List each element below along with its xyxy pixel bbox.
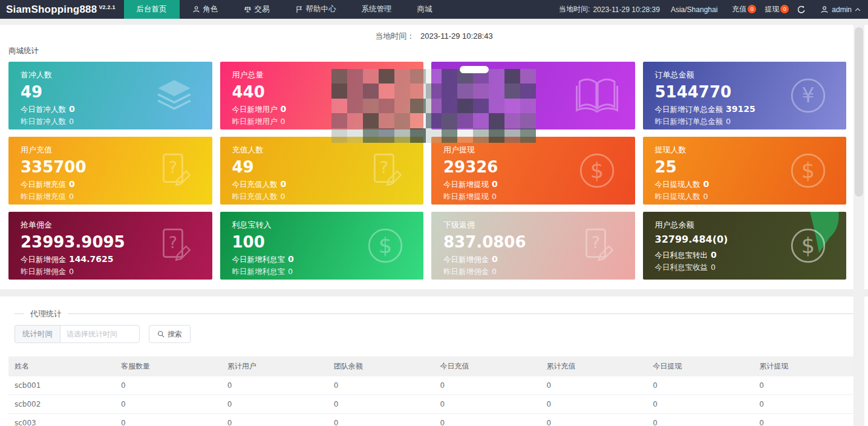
nav-label: 商城	[417, 4, 432, 15]
card-line-yesterday: 昨日新增提现0	[443, 192, 623, 202]
cell: 0	[540, 414, 647, 426]
doc-question-icon: ?	[152, 226, 197, 266]
cell: scb002	[8, 395, 115, 414]
table-row: sc003 0 0 0 0 0 0 0	[8, 414, 860, 426]
cell: 0	[328, 395, 434, 414]
refresh-icon	[797, 5, 806, 14]
fieldset-legend: 代理统计	[24, 309, 68, 320]
local-time-value: 2023-11-29 10:28:39	[593, 5, 660, 14]
col-total-users: 累计用户	[221, 356, 328, 376]
section-title: 商城统计	[8, 46, 868, 56]
refresh-button[interactable]	[790, 5, 813, 14]
dollar-icon: $	[786, 151, 830, 191]
stat-card-user-withdraw: 用户提现 29326 今日新增提现0 昨日新增提现0 $	[431, 137, 635, 205]
col-today-withdraw: 今日提现	[647, 356, 753, 376]
col-total-recharge: 累计充值	[540, 356, 647, 376]
cell: 0	[540, 395, 647, 414]
layers-icon	[152, 76, 197, 116]
username: admin	[832, 5, 852, 14]
filter-label: 统计时间	[15, 325, 60, 343]
local-time-label: 当地时间：	[375, 31, 414, 41]
nav-item-mall[interactable]: 商城	[405, 0, 445, 19]
nav-item-system[interactable]: 系统管理	[349, 0, 405, 19]
col-total-withdraw: 累计提现	[753, 356, 860, 376]
divider	[0, 289, 868, 297]
stat-card-order-commission: 抢单佣金 23993.9095 今日新增佣金144.7625 昨日新增佣金0 ?	[8, 212, 212, 280]
cell: 0	[753, 414, 860, 426]
nav-item-trade[interactable]: 交易	[231, 0, 282, 19]
cell: 0	[221, 414, 328, 426]
user-icon	[820, 5, 829, 14]
search-button[interactable]: 搜索	[149, 325, 191, 343]
withdraw-label: 提现	[765, 4, 779, 15]
cell: 0	[434, 376, 541, 395]
table-row: scb001 0 0 0 0 0 0 0	[8, 376, 860, 395]
nav-item-roles[interactable]: 角色	[180, 0, 231, 19]
nav-label: 帮助中心	[306, 4, 336, 15]
dollar-icon: $	[363, 226, 408, 266]
recharge-link[interactable]: 充值 0	[725, 4, 757, 15]
stat-card-user-total-balance: 用户总余额 32799.484(0) 今日利息宝转出0 今日利息宝收益0 $	[643, 212, 847, 280]
nav-label: 角色	[203, 4, 218, 15]
nav-label: 交易	[255, 4, 270, 15]
mall-stats-panel: 当地时间： 2023-11-29 10:28:43 商城统计 首冲人数 49 今…	[0, 25, 868, 289]
svg-text:?: ?	[168, 158, 177, 177]
page-scrollbar[interactable]	[853, 25, 864, 426]
local-time-value: 2023-11-29 10:28:43	[420, 31, 493, 41]
col-today-recharge: 今日充值	[434, 356, 541, 376]
nav-label: 系统管理	[362, 4, 392, 15]
card-line-yesterday: 昨日新增订单总金额0	[655, 117, 835, 127]
cell: 0	[753, 376, 860, 395]
svg-text:$: $	[801, 158, 815, 183]
cell: 0	[434, 395, 541, 414]
cell: 0	[115, 414, 221, 426]
cell: 0	[328, 376, 434, 395]
dollar-icon: $	[786, 226, 830, 266]
card-line-yesterday: 昨日新增佣金0	[443, 267, 623, 277]
topbar-right: 当地时间: 2023-11-29 10:28:39 Asia/Shanghai …	[552, 0, 868, 19]
svg-text:$: $	[590, 158, 603, 183]
filter-row: 统计时间 搜索	[15, 325, 860, 343]
cell: 0	[753, 395, 860, 414]
stat-card-recharge-users: 充值人数 49 今日充值人数0 昨日充值人数0 ?	[220, 137, 424, 205]
local-time: 当地时间: 2023-11-29 10:28:39	[552, 4, 664, 15]
col-team-balance: 团队余额	[328, 356, 434, 376]
stat-card-first-recharge-users: 首冲人数 49 今日首冲人数0 昨日首冲人数0	[8, 62, 212, 129]
nav-label: 后台首页	[137, 4, 167, 15]
nav-item-dashboard[interactable]: 后台首页	[124, 0, 180, 19]
cell: 0	[115, 376, 221, 395]
svg-text:$: $	[379, 233, 392, 258]
local-time-label: 当地时间:	[559, 4, 590, 15]
withdraw-badge: 0	[780, 5, 789, 13]
stat-card-interest-transfer-in: 利息宝转入 100 今日新增利息宝0 昨日新增利息宝0 $	[220, 212, 424, 280]
agent-stats-panel: 代理统计 统计时间 搜索 姓名 客服数量 累计用户 团队余额 今日充值 累计充值…	[0, 297, 868, 426]
card-line-yesterday: 昨日首冲人数0	[21, 117, 200, 127]
card-line-yesterday: 昨日新增利息宝0	[232, 267, 412, 277]
recharge-badge: 0	[748, 5, 756, 13]
recharge-label: 充值	[732, 4, 746, 15]
stat-card-sub-rebate: 下级返佣 837.0806 今日新增佣金0 昨日新增佣金0 ?	[431, 212, 635, 280]
cell: 0	[540, 376, 647, 395]
cell: 0	[221, 395, 328, 414]
agent-table: 姓名 客服数量 累计用户 团队余额 今日充值 累计充值 今日提现 累计提现 sc…	[8, 356, 860, 426]
user-menu[interactable]: admin	[813, 5, 868, 14]
svg-text:¥: ¥	[802, 84, 815, 107]
cell: sc003	[8, 414, 115, 426]
cell: 0	[647, 414, 753, 426]
version-label: V2.2.1	[99, 4, 115, 10]
stat-card-user-recharge: 用户充值 335700 今日新增充值0 昨日新增充值0 ?	[8, 137, 212, 205]
svg-text:$: $	[801, 233, 815, 258]
stat-card-withdraw-users: 提现人数 25 今日提现人数0 昨日提现人数0 $	[643, 137, 847, 205]
scrollbar-thumb[interactable]	[855, 27, 863, 197]
logo-text: SiamShopping888	[6, 4, 97, 16]
cell: scb001	[8, 376, 115, 395]
table-header-row: 姓名 客服数量 累计用户 团队余额 今日充值 累计充值 今日提现 累计提现	[8, 356, 860, 376]
nav-item-help-center[interactable]: 帮助中心	[282, 0, 349, 19]
withdraw-link[interactable]: 提现 0	[757, 4, 790, 15]
search-icon	[157, 330, 165, 338]
fieldset-border: 代理统计	[15, 313, 853, 314]
main-nav: 后台首页 角色 交易 帮助中心 系统管理 商城	[124, 0, 445, 19]
topbar: SiamShopping888 V2.2.1 后台首页 角色 交易 帮助中心 系…	[0, 0, 868, 19]
stat-time-input[interactable]	[60, 325, 140, 343]
divider	[0, 19, 868, 25]
